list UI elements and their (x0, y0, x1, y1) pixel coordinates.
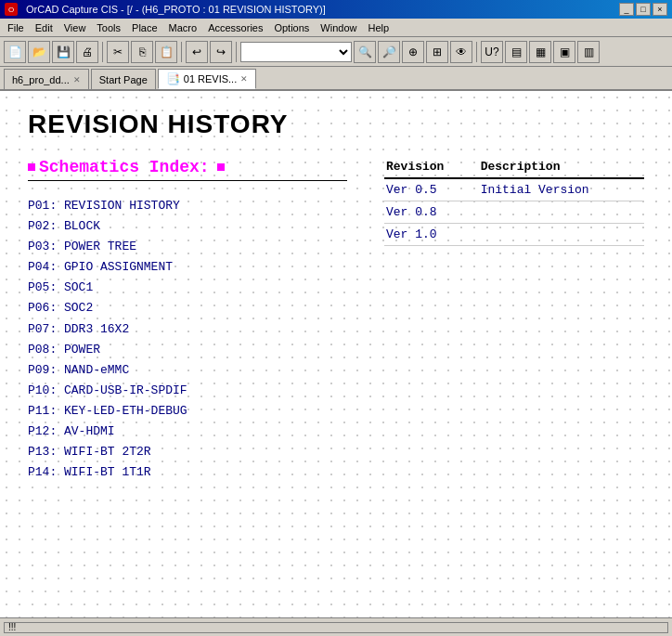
revision-cell-2: Ver 1.0 (384, 224, 479, 246)
tab-revision[interactable]: 📑 01 REVIS... ✕ (158, 69, 256, 89)
title-bar-text: OrCAD Capture CIS - [/ - (H6_PROTO : 01 … (26, 4, 326, 15)
description-col-header: Description (479, 158, 644, 178)
magenta-square-left (28, 163, 35, 171)
tab-start-label: Start Page (99, 74, 148, 85)
page-item-2: P03: POWER TREE (28, 237, 347, 257)
page-item-3: P04: GPIO ASSIGNMENT (28, 257, 347, 278)
tab-start[interactable]: Start Page (91, 69, 156, 89)
save-button[interactable]: 💾 (52, 41, 74, 63)
extra-btn-3[interactable]: ▣ (553, 41, 575, 63)
revision-cell-1: Ver 0.8 (384, 201, 479, 224)
title-bar-left: O OrCAD Capture CIS - [/ - (H6_PROTO : 0… (5, 3, 326, 16)
page-item-8: P09: NAND-eMMC (28, 360, 347, 381)
toolbar-separator-1 (102, 42, 103, 62)
schematics-heading-text: Schematics Index: (39, 158, 210, 176)
minimize-button[interactable]: _ (619, 3, 634, 16)
extra-btn-4[interactable]: ▥ (577, 41, 600, 63)
pages-list: P01: REVISION HISTORY P02: BLOCK P03: PO… (28, 196, 347, 483)
extra-btn-2[interactable]: ▦ (529, 41, 551, 63)
maximize-button[interactable]: □ (636, 3, 651, 16)
zoom-out-button[interactable]: 🔎 (378, 41, 400, 63)
toolbar-separator-2 (181, 42, 182, 62)
revision-cell-0: Ver 0.5 (384, 178, 479, 201)
zoom-fit-button[interactable]: ⊕ (402, 41, 424, 63)
revision-table: Revision Description Ver 0.5 Initial Ver… (384, 158, 644, 246)
menu-window[interactable]: Window (315, 20, 362, 35)
print-button[interactable]: 🖨 (76, 41, 98, 63)
content-area: REVISION HISTORY Schematics Index: P01: … (0, 91, 672, 617)
menu-tools[interactable]: Tools (91, 20, 126, 35)
tab-revision-icon: 📑 (166, 72, 180, 85)
menu-help[interactable]: Help (362, 20, 394, 35)
page-item-10: P11: KEY-LED-ETH-DEBUG (28, 401, 347, 422)
schematics-heading: Schematics Index: (28, 158, 347, 181)
page-item-6: P07: DDR3 16X2 (28, 319, 347, 340)
page-item-0: P01: REVISION HISTORY (28, 196, 347, 216)
menu-place[interactable]: Place (126, 20, 163, 35)
right-section: Revision Description Ver 0.5 Initial Ver… (384, 158, 644, 483)
tab-bar: h6_pro_dd... ✕ Start Page 📑 01 REVIS... … (0, 67, 672, 91)
left-section: Schematics Index: P01: REVISION HISTORY … (28, 158, 347, 483)
menu-view[interactable]: View (58, 20, 92, 35)
close-button[interactable]: × (653, 3, 667, 16)
menu-bar: File Edit View Tools Place Macro Accesso… (0, 19, 672, 37)
view-button[interactable]: 👁 (450, 41, 472, 63)
new-button[interactable]: 📄 (4, 41, 26, 63)
tab-revision-close[interactable]: ✕ (240, 74, 248, 84)
menu-macro[interactable]: Macro (163, 20, 203, 35)
extra-btn-1[interactable]: ▤ (505, 41, 527, 63)
cut-button[interactable]: ✂ (107, 41, 129, 63)
page-item-1: P02: BLOCK (28, 216, 347, 237)
redo-button[interactable]: ↪ (210, 41, 232, 63)
zoom-area-button[interactable]: ⊞ (426, 41, 448, 63)
revision-row-0: Ver 0.5 Initial Version (384, 178, 644, 201)
status-bar: !!! (0, 617, 672, 636)
tab-h6pro-label: h6_pro_dd... (12, 74, 70, 85)
revision-row-2: Ver 1.0 (384, 224, 644, 246)
page-item-4: P05: SOC1 (28, 278, 347, 298)
open-button[interactable]: 📂 (28, 41, 50, 63)
toolbar-separator-3 (236, 42, 237, 62)
page-item-7: P08: POWER (28, 340, 347, 360)
toolbar-separator-4 (476, 42, 477, 62)
undo-button[interactable]: ↩ (186, 41, 208, 63)
help-button[interactable]: U? (481, 41, 503, 63)
menu-options[interactable]: Options (268, 20, 315, 35)
zoom-in-button[interactable]: 🔍 (354, 41, 376, 63)
copy-button[interactable]: ⎘ (131, 41, 153, 63)
page-item-13: P14: WIFI-BT 1T1R (28, 462, 347, 483)
magenta-square-right (217, 163, 225, 171)
revision-row-1: Ver 0.8 (384, 201, 644, 224)
app-icon: O (5, 3, 18, 16)
page-item-12: P13: WIFI-BT 2T2R (28, 442, 347, 462)
tab-revision-label: 01 REVIS... (184, 73, 237, 84)
revision-col-header: Revision (384, 158, 479, 178)
tab-h6pro[interactable]: h6_pro_dd... ✕ (4, 69, 89, 89)
page-item-5: P06: SOC2 (28, 298, 347, 318)
doc-body: Schematics Index: P01: REVISION HISTORY … (28, 158, 644, 483)
revision-table-header: Revision Description (384, 158, 644, 178)
description-cell-0: Initial Version (479, 178, 644, 201)
paste-button[interactable]: 📋 (155, 41, 177, 63)
description-cell-1 (479, 201, 644, 224)
status-text: !!! (5, 622, 19, 632)
zoom-dropdown[interactable] (240, 42, 352, 62)
menu-file[interactable]: File (2, 20, 30, 35)
page-item-9: P10: CARD-USB-IR-SPDIF (28, 381, 347, 401)
page-item-11: P12: AV-HDMI (28, 422, 347, 442)
tab-h6pro-close[interactable]: ✕ (73, 75, 81, 84)
status-scroll[interactable]: !!! (4, 622, 668, 633)
doc-title: REVISION HISTORY (28, 110, 644, 139)
menu-accessories[interactable]: Accessories (202, 20, 268, 35)
menu-edit[interactable]: Edit (30, 20, 58, 35)
title-bar: O OrCAD Capture CIS - [/ - (H6_PROTO : 0… (0, 0, 672, 19)
description-cell-2 (479, 224, 644, 246)
toolbar: 📄 📂 💾 🖨 ✂ ⎘ 📋 ↩ ↪ 🔍 🔎 ⊕ ⊞ 👁 U? ▤ ▦ ▣ ▥ (0, 37, 672, 67)
title-bar-controls[interactable]: _ □ × (619, 3, 667, 16)
